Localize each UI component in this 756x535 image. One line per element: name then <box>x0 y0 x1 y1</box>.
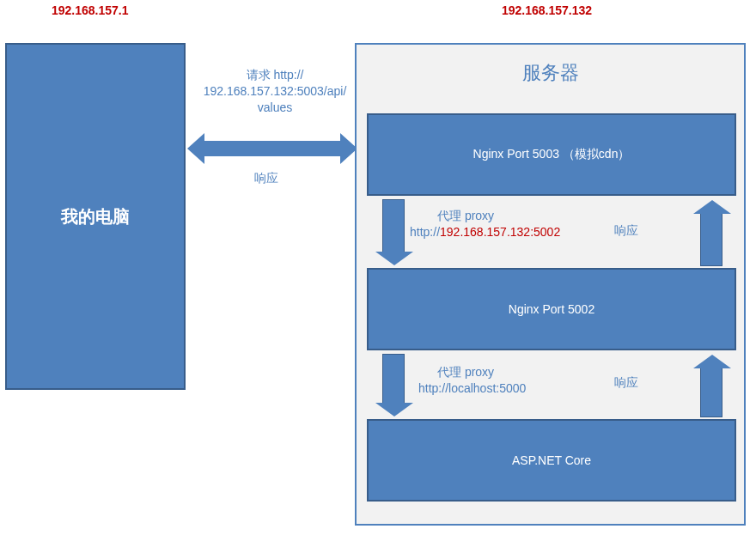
response-label-3: 响应 <box>614 374 638 391</box>
client-server-arrow <box>204 141 340 156</box>
client-ip-label: 192.168.157.1 <box>52 3 129 17</box>
arrow-5003-to-5002 <box>382 199 405 252</box>
arrow-5002-to-5003 <box>700 213 722 266</box>
aspnet-box: ASP.NET Core <box>367 419 736 502</box>
response-label-2: 响应 <box>614 222 638 239</box>
client-box-label: 我的电脑 <box>61 205 130 228</box>
text: 代理 proxy <box>410 209 494 222</box>
text: http:// <box>410 225 440 239</box>
aspnet-label: ASP.NET Core <box>512 453 591 467</box>
nginx-5003-box: Nginx Port 5003 （模拟cdn） <box>367 113 736 196</box>
nginx-5002-label: Nginx Port 5002 <box>509 302 594 316</box>
request-label: 请求 http:// 192.168.157.132:5003/api/ val… <box>198 67 352 116</box>
proxy1-host-red: 192.168.157.132:5002 <box>440 225 560 239</box>
text: 代理 proxy <box>418 365 494 379</box>
arrow-5002-to-aspnet <box>382 354 405 404</box>
server-ip-label: 192.168.157.132 <box>502 3 592 17</box>
client-box: 我的电脑 <box>5 43 186 390</box>
server-title: 服务器 <box>357 60 744 86</box>
proxy2-label: 代理 proxy http://localhost:5000 <box>418 364 564 397</box>
nginx-5002-box: Nginx Port 5002 <box>367 268 736 350</box>
arrow-aspnet-to-5002 <box>700 368 722 417</box>
text: http://localhost:5000 <box>418 381 526 395</box>
text: 192.168.157.132:5003/api/ <box>204 84 347 98</box>
nginx-5003-label: Nginx Port 5003 （模拟cdn） <box>473 147 631 162</box>
text: values <box>258 100 292 114</box>
text: 请求 http:// <box>247 68 304 82</box>
response-label-1: 响应 <box>254 170 278 186</box>
server-container: 服务器 Nginx Port 5003 （模拟cdn） 代理 proxy htt… <box>355 43 746 526</box>
proxy1-label: 代理 proxy http://192.168.157.132:5002 <box>410 208 573 240</box>
